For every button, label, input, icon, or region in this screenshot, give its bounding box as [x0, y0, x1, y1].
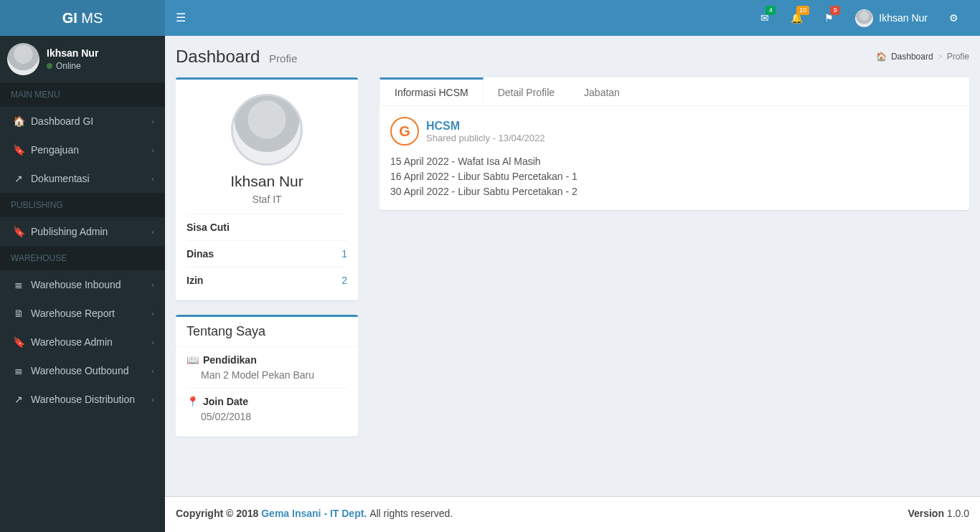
list-icon: ≣	[11, 279, 27, 290]
about-title: Tentang Saya	[187, 324, 347, 339]
sidebar-item-label: Publishing Admin	[31, 226, 108, 237]
divider	[187, 388, 347, 389]
sidebar-header-publishing: PUBLISHING	[0, 193, 165, 217]
profile-name: Ikhsan Nur	[187, 173, 347, 190]
page-title: Dashboard Profie	[176, 47, 297, 67]
user-name-label: Ikhsan Nur	[879, 12, 928, 24]
bars-icon: ☰	[176, 11, 186, 24]
status-text: Online	[56, 61, 81, 71]
sidebar-toggle-button[interactable]: ☰	[165, 0, 197, 36]
sidebar-item-wh-inbound[interactable]: ≣ Warehouse Inbound ‹	[0, 270, 165, 299]
chevron-left-icon: ‹	[151, 146, 154, 154]
version-label: Version	[908, 508, 944, 519]
post-header: G HCSM Shared publicly - 13/04/2022	[390, 117, 958, 146]
tab-list: Informasi HCSM Detail Profile Jabatan	[380, 77, 969, 106]
notifications-badge: 10	[796, 6, 809, 15]
list-icon: ≣	[11, 365, 27, 376]
sidebar-item-label: Warehouse Report	[31, 308, 115, 319]
education-value: Man 2 Model Pekan Baru	[201, 369, 347, 381]
sidebar-header-warehouse: WAREHOUSE	[0, 246, 165, 270]
about-header: Tentang Saya	[176, 317, 358, 347]
chevron-left-icon: ‹	[151, 395, 154, 404]
external-link-icon: ↗	[11, 173, 27, 184]
footer-right: Version 1.0.0	[908, 508, 969, 521]
sidebar-user-panel: Ikhsan Nur Online	[0, 36, 165, 82]
chevron-left-icon: ‹	[151, 227, 154, 236]
stat-value[interactable]: 1	[341, 248, 347, 260]
brand-logo[interactable]: GI MS	[0, 0, 165, 36]
profile-box: Ikhsan Nur Staf IT Sisa Cuti Dinas 1 Izi…	[176, 77, 358, 300]
chevron-left-icon: ‹	[151, 309, 154, 318]
join-date-label: 📍 Join Date	[187, 396, 347, 407]
sidebar-avatar-icon	[7, 43, 39, 75]
sidebar-user-name: Ikhsan Nur	[47, 47, 98, 59]
breadcrumb-leaf: Profie	[947, 52, 969, 62]
user-menu[interactable]: Ikhsan Nur	[844, 9, 938, 27]
main-content: Ikhsan Nur Staf IT Sisa Cuti Dinas 1 Izi…	[165, 67, 980, 532]
chevron-left-icon: ‹	[151, 174, 154, 183]
profile-avatar-icon	[231, 94, 303, 166]
map-marker-icon: 📍	[187, 396, 199, 407]
dashboard-icon: 🏠	[11, 115, 27, 127]
tab-informasi-hcsm[interactable]: Informasi HCSM	[380, 77, 484, 105]
company-link[interactable]: Gema Insani - IT Dept.	[261, 508, 367, 519]
book-icon: 📖	[187, 354, 199, 366]
left-column: Ikhsan Nur Staf IT Sisa Cuti Dinas 1 Izi…	[176, 77, 358, 521]
sidebar-item-dashboard[interactable]: 🏠 Dashboard GI ‹	[0, 107, 165, 136]
main-sidebar: Ikhsan Nur Online MAIN MENU 🏠 Dashboard …	[0, 36, 165, 532]
sidebar-header-main: MAIN MENU	[0, 82, 165, 107]
sidebar-user-status[interactable]: Online	[47, 61, 98, 71]
brand-light: MS	[77, 10, 103, 26]
stat-label: Sisa Cuti	[187, 222, 230, 233]
external-link-icon: ↗	[11, 394, 27, 405]
tasks-menu[interactable]: ⚑ 9	[814, 0, 844, 36]
post-line: 16 April 2022 - Libur Sabtu Percetakan -…	[390, 169, 958, 184]
chevron-left-icon: ‹	[151, 366, 154, 375]
tab-jabatan[interactable]: Jabatan	[570, 77, 635, 105]
tab-detail-profile[interactable]: Detail Profile	[484, 77, 570, 105]
dashboard-icon: 🏠	[876, 52, 887, 62]
sidebar-item-dokumentasi[interactable]: ↗ Dokumentasi ‹	[0, 164, 165, 193]
stat-label: Dinas	[187, 248, 214, 260]
sidebar-item-wh-distribution[interactable]: ↗ Warehouse Distribution ‹	[0, 385, 165, 414]
breadcrumb: 🏠 Dashboard > Profie	[876, 52, 969, 62]
post-title[interactable]: HCSM	[426, 120, 545, 133]
tasks-badge: 9	[830, 6, 840, 15]
post-meta: Shared publicly - 13/04/2022	[426, 133, 545, 143]
education-label-text: Pendidikan	[203, 354, 257, 366]
sidebar-item-pengajuan[interactable]: 🔖 Pengajuan ‹	[0, 136, 165, 164]
join-date-label-text: Join Date	[203, 396, 248, 407]
navbar-right: ✉ 4 🔔 10 ⚑ 9 Ikhsan Nur ⚙	[750, 0, 969, 36]
post-line: 30 April 2022 - Libur Sabtu Percetakan -…	[390, 184, 958, 199]
tab-content: G HCSM Shared publicly - 13/04/2022 15 A…	[380, 106, 969, 210]
sidebar-item-wh-admin[interactable]: 🔖 Warehouse Admin ‹	[0, 328, 165, 356]
content-header: Dashboard Profie 🏠 Dashboard > Profie	[165, 36, 980, 67]
page-title-text: Dashboard	[176, 47, 260, 66]
copyright-prefix: Copyright © 2018	[176, 508, 261, 519]
version-value: 1.0.0	[944, 508, 969, 519]
right-column: Informasi HCSM Detail Profile Jabatan G …	[380, 77, 969, 521]
main-header: GI MS ☰ ✉ 4 🔔 10 ⚑ 9 Ikhsan Nur ⚙	[0, 0, 980, 36]
bookmark-icon: 🔖	[11, 336, 27, 348]
profile-stats: Sisa Cuti Dinas 1 Izin 2	[187, 214, 347, 293]
sidebar-item-wh-outbound[interactable]: ≣ Warehouse Outbound ‹	[0, 356, 165, 385]
breadcrumb-root[interactable]: Dashboard	[891, 52, 933, 62]
about-box: Tentang Saya 📖 Pendidikan Man 2 Model Pe…	[176, 315, 358, 437]
hcsm-logo-icon: G	[390, 117, 419, 146]
copyright: Copyright © 2018 Gema Insani - IT Dept.	[176, 508, 369, 519]
sidebar-item-publishing-admin[interactable]: 🔖 Publishing Admin ‹	[0, 217, 165, 246]
join-date-value: 05/02/2018	[201, 411, 347, 422]
file-icon: 🗎	[11, 308, 27, 319]
sidebar-item-label: Pengajuan	[31, 144, 79, 156]
messages-menu[interactable]: ✉ 4	[750, 0, 780, 36]
sidebar-item-wh-report[interactable]: 🗎 Warehouse Report ‹	[0, 299, 165, 328]
post-line: 15 April 2022 - Wafat Isa Al Masih	[390, 154, 958, 169]
sidebar-item-label: Warehouse Distribution	[31, 394, 135, 405]
settings-button[interactable]: ⚙	[938, 12, 969, 24]
about-body: 📖 Pendidikan Man 2 Model Pekan Baru 📍 Jo…	[176, 347, 358, 437]
stat-sisa-cuti: Sisa Cuti	[187, 214, 347, 241]
chevron-left-icon: ‹	[151, 280, 154, 289]
stat-value[interactable]: 2	[341, 275, 347, 286]
footer-left: Copyright © 2018 Gema Insani - IT Dept. …	[176, 508, 453, 521]
notifications-menu[interactable]: 🔔 10	[780, 0, 814, 36]
